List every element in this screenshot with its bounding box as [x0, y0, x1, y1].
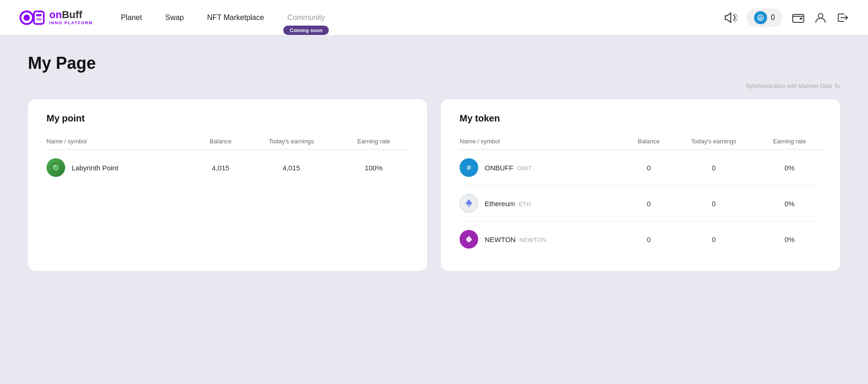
main-nav: Planet Swap NFT Marketplace Community Co…	[121, 13, 722, 22]
onbuff-logo: Ø	[460, 158, 478, 177]
svg-text:Ø: Ø	[759, 16, 762, 20]
eth-earnings: 0	[670, 186, 757, 222]
labyrinth-point-logo	[47, 158, 65, 177]
onbuff-balance: 0	[628, 150, 670, 186]
col-name-symbol-token: Name / symbol	[460, 133, 628, 150]
logout-icon[interactable]	[836, 11, 849, 24]
page-title: My Page	[28, 54, 840, 73]
header-actions: Ø 0	[722, 8, 849, 27]
newton-balance: 0	[628, 222, 670, 257]
col-todays-earnings-point: Today's earnings	[244, 133, 339, 150]
eth-name-cell: Ethereum ETH	[460, 186, 628, 222]
col-balance-point: Balance	[198, 133, 244, 150]
logo[interactable]: onBuff INNO PLATFORM	[19, 4, 93, 31]
table-row: Ethereum ETH 0 0 0%	[460, 186, 821, 222]
col-todays-earnings-token: Today's earnings	[670, 133, 757, 150]
eth-logo	[460, 194, 478, 213]
onbuff-rate: 0%	[758, 150, 821, 186]
my-token-card: My token Name / symbol Balance Today's e…	[441, 99, 840, 271]
eth-rate: 0%	[758, 186, 821, 222]
my-point-title: My point	[47, 113, 408, 124]
cards-container: My point Name / symbol Balance Today's e…	[28, 99, 840, 271]
onbuff-name-cell: Ø ONBUFF ONIT	[460, 150, 628, 186]
newton-name: NEWTON NEWTON	[485, 236, 546, 243]
table-row: Labyrinth Point 4,015 4,015 100%	[47, 150, 408, 186]
col-earning-rate-token: Earning rate	[758, 133, 821, 150]
logo-icon	[19, 4, 46, 31]
token-circle-icon: Ø	[754, 11, 767, 24]
wallet-icon[interactable]	[792, 11, 805, 24]
svg-rect-3	[36, 14, 42, 16]
my-point-table: Name / symbol Balance Today's earnings E…	[47, 133, 408, 185]
col-balance-token: Balance	[628, 133, 670, 150]
table-row: Ø ONBUFF ONIT 0 0 0%	[460, 150, 821, 186]
onbuff-earnings: 0	[670, 150, 757, 186]
svg-rect-8	[800, 18, 802, 20]
col-name-symbol-point: Name / symbol	[47, 133, 198, 150]
table-row: NEWTON NEWTON 0 0 0%	[460, 222, 821, 257]
token-count: 0	[771, 13, 775, 22]
eth-balance: 0	[628, 186, 670, 222]
sync-label: Synchronization with Mainnet Data	[746, 83, 832, 89]
labyrinth-balance: 4,015	[198, 150, 244, 186]
logo-onbuff-text: onBuff	[49, 10, 93, 20]
token-balance-badge[interactable]: Ø 0	[747, 8, 782, 27]
sync-row: Synchronization with Mainnet Data ↻	[28, 82, 840, 90]
col-earning-rate-point: Earning rate	[339, 133, 408, 150]
newton-name-cell: NEWTON NEWTON	[460, 222, 628, 257]
svg-point-9	[818, 13, 823, 18]
svg-rect-2	[34, 11, 44, 24]
nav-planet[interactable]: Planet	[121, 13, 142, 22]
onbuff-name: ONBUFF ONIT	[485, 164, 532, 172]
nav-community[interactable]: Community Coming soon	[287, 13, 325, 22]
main-content: My Page Synchronization with Mainnet Dat…	[0, 35, 868, 290]
nav-swap[interactable]: Swap	[165, 13, 184, 22]
eth-name: Ethereum ETH	[485, 200, 531, 208]
newton-earnings: 0	[670, 222, 757, 257]
newton-logo	[460, 230, 478, 249]
my-token-title: My token	[460, 113, 821, 124]
svg-rect-4	[36, 18, 42, 20]
sync-icon[interactable]: ↻	[835, 82, 840, 90]
labyrinth-rate: 100%	[339, 150, 408, 186]
svg-point-12	[53, 165, 56, 168]
user-icon[interactable]	[814, 11, 827, 24]
my-token-table: Name / symbol Balance Today's earnings E…	[460, 133, 821, 257]
labyrinth-point-name: Labyrinth Point	[72, 164, 118, 172]
point-name-cell: Labyrinth Point	[47, 150, 198, 186]
newton-rate: 0%	[758, 222, 821, 257]
logo-inno-text: INNO PLATFORM	[49, 21, 93, 25]
my-point-card: My point Name / symbol Balance Today's e…	[28, 99, 427, 271]
announcement-icon[interactable]	[722, 10, 737, 25]
coming-soon-badge: Coming soon	[283, 26, 329, 35]
svg-point-1	[24, 14, 30, 21]
labyrinth-earnings: 4,015	[244, 150, 339, 186]
header: onBuff INNO PLATFORM Planet Swap NFT Mar…	[0, 0, 868, 35]
nav-nft-marketplace[interactable]: NFT Marketplace	[207, 13, 264, 22]
svg-text:Ø: Ø	[467, 165, 471, 170]
